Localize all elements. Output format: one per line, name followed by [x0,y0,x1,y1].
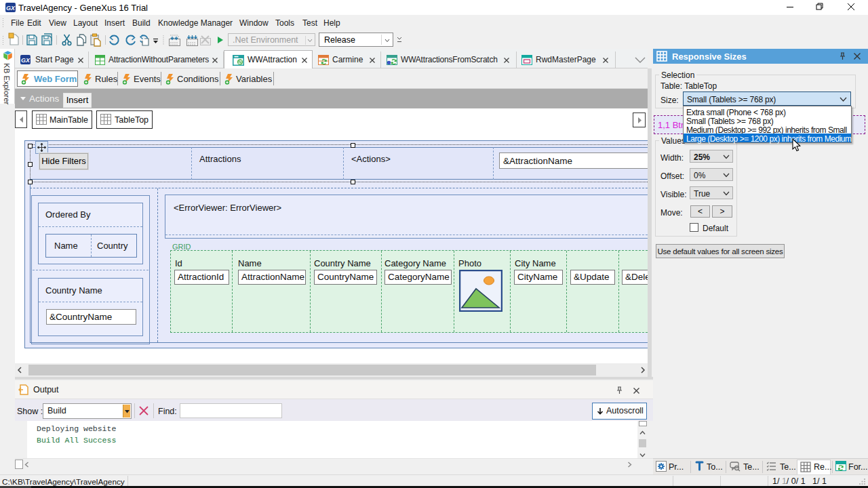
svg-text:GX: GX [21,57,31,64]
svg-text:GX: GX [6,5,16,12]
